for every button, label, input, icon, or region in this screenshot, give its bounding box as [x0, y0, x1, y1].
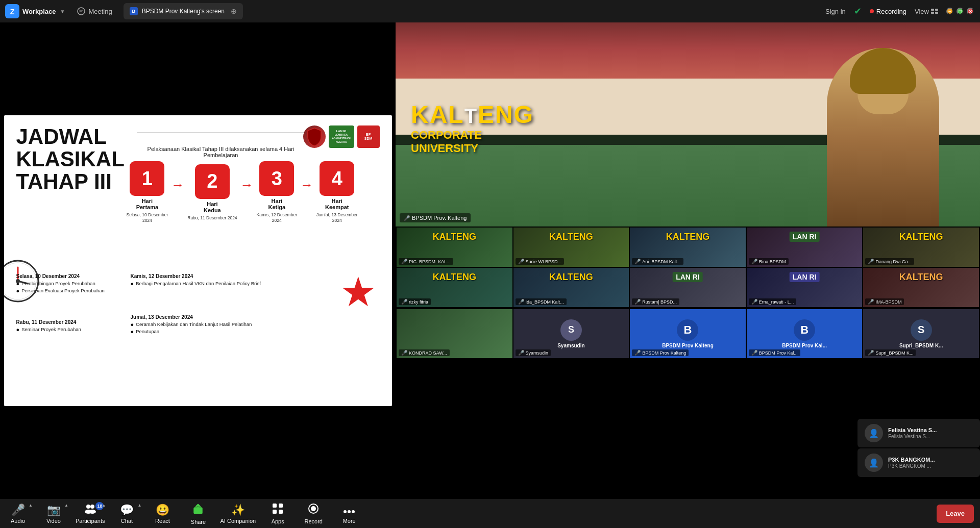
audio-caret[interactable]: ▲: [29, 503, 33, 508]
close-button[interactable]: ✕: [967, 8, 974, 15]
toolbar-participants[interactable]: 18 ▲ Participants: [71, 499, 109, 528]
svg-point-26: [352, 510, 355, 513]
view-button[interactable]: View: [915, 8, 938, 15]
toolbar-apps[interactable]: Apps: [260, 499, 296, 528]
chat-label: Chat: [121, 518, 133, 524]
float-panel-sub-p3k: P3K BANGKOM ...: [888, 463, 935, 469]
screen-share-icon: B: [130, 7, 138, 15]
mic-icon: 🎤: [401, 259, 407, 264]
detail-selasa-title: Selasa, 10 Desember 2024: [16, 273, 124, 279]
detail-rabu: Rabu, 11 Desember 2024 ●Seminar Proyek P…: [16, 319, 124, 334]
detail-kamis: Kamis, 12 Desember 2024 ●Berbagi Pengala…: [131, 273, 263, 288]
participant-name-2: 🎤 Ani_BPSDM Kalt...: [632, 258, 683, 265]
step-3-date: Kamis, 12 Desember2024: [257, 212, 297, 223]
kalteng-sign: KALTENG CORPORATE UNIVERSITY: [411, 100, 534, 155]
svg-point-23: [311, 506, 316, 511]
bottom-participant-0: 🎤 KONDRAD SAW...: [397, 309, 512, 358]
detail-selasa-item-2: ●Persiapan Evaluasi Proyek Perubahan: [16, 288, 124, 294]
speaker-video-simulation: KALTENG CORPORATE UNIVERSITY: [396, 22, 980, 227]
corporate-university-text: CORPORATE: [411, 129, 534, 142]
bottom-participant-label-3: 🎤 BPSDM Prov Kal...: [749, 349, 800, 356]
float-panel-text-felisia: Felisia Vestina S... Felisia Vestina S..…: [888, 427, 937, 439]
title-bar: Z Workplace ▼ Meeting B BPSDM Prov Kalte…: [0, 0, 980, 22]
dropdown-arrow-icon[interactable]: ▼: [60, 9, 65, 14]
float-panel-felisia[interactable]: 👤 Felisia Vestina S... Felisia Vestina S…: [857, 419, 980, 447]
steps-row: 1 HariPertama Selasa, 10 Desember2024 → …: [127, 161, 382, 223]
float-panel-sub-felisia: Felisia Vestina S...: [888, 434, 937, 439]
slide-main-title: JADWALKLASIKALTAHAP III: [16, 125, 129, 193]
recording-dot: [870, 9, 874, 13]
screen-tab-more-icon[interactable]: ⊕: [231, 7, 237, 15]
participant-thumb-9: KALTENG 🎤 IMA-BPSDM: [863, 268, 979, 307]
step-1-label: HariPertama: [136, 198, 158, 210]
detail-rabu-title: Rabu, 11 Desember 2024: [16, 319, 124, 325]
toolbar-record[interactable]: Record: [296, 499, 331, 528]
slide-description: Pelaksanaan Klasikal Tahap III dilaksana…: [137, 146, 305, 158]
mic-icon: 🎤: [751, 259, 757, 264]
svg-point-25: [348, 510, 351, 513]
toolbar-react[interactable]: 😀 React: [144, 499, 180, 528]
recording-label: Recording: [876, 8, 906, 15]
maximize-button[interactable]: □: [957, 8, 964, 15]
bottom-participant-label-2: 🎤 BPSDM Prov Kalteng: [632, 349, 689, 356]
participant-name-5: 🎤 rizky fitria: [399, 298, 431, 305]
step-3: 3 HariKetiga Kamis, 12 Desember2024: [257, 161, 297, 223]
ai-companion-label: AI Companion: [220, 518, 256, 524]
main-content: LAN RILEMBAGAADMINISTRASINEGARA BPSDM JA…: [0, 22, 980, 499]
toolbar-audio[interactable]: 🎤 ▲ Audio: [0, 499, 36, 528]
logo-shield: [303, 125, 326, 148]
participant-thumb-3: LAN RI 🎤 Rina BPSDM: [747, 228, 863, 267]
bottom-participant-1: S Syamsudin 🎤 Syamsudin: [513, 309, 629, 358]
video-label: Video: [46, 518, 61, 524]
meeting-tab[interactable]: Meeting: [70, 0, 119, 22]
step-1: 1 HariPertama Selasa, 10 Desember2024: [127, 161, 168, 223]
display-name-bpsdm-1: BPSDM Prov Kalteng: [662, 343, 714, 348]
svg-point-24: [344, 510, 347, 513]
svg-rect-4: [935, 9, 938, 11]
bottom-participant-label-1: 🎤 Syamsudin: [516, 349, 551, 356]
arrow-icon-2: →: [240, 177, 254, 208]
participants-caret[interactable]: ▲: [102, 503, 106, 508]
mic-icon: 🎤: [634, 259, 641, 264]
toolbar-more[interactable]: More: [331, 499, 367, 528]
red-star-decoration: ★: [340, 268, 377, 316]
svg-point-2: [78, 8, 85, 15]
float-panel-text-p3k: P3K BANGKOM... P3K BANGKOM ...: [888, 457, 935, 469]
step-3-label: HariKetiga: [268, 198, 285, 210]
toolbar-video[interactable]: 📷 ▲ Video: [36, 499, 71, 528]
speaker-mic-icon: 🎤: [404, 215, 410, 221]
step-4-date: Jum'at, 13 Desember2024: [316, 212, 358, 223]
meeting-icon: [77, 7, 85, 15]
speaker-silhouette: [827, 48, 939, 227]
speaker-name: BPSDM Prov. Kalteng: [412, 215, 467, 221]
float-panel-p3k[interactable]: 👤 P3K BANGKOM... P3K BANGKOM ...: [857, 448, 980, 477]
mic-icon: 🎤: [634, 350, 641, 356]
step-4-num: 4: [320, 161, 354, 196]
toolbar-share[interactable]: Share: [180, 499, 216, 528]
step-2-label: HariKedua: [204, 201, 221, 213]
float-panel-icon-felisia: 👤: [865, 424, 883, 442]
toolbar-chat[interactable]: 💬 ▲ Chat: [109, 499, 144, 528]
toolbar-ai-companion[interactable]: ✨ AI Companion: [216, 499, 260, 528]
sign-in-button[interactable]: Sign in: [825, 8, 846, 15]
participant-thumb-8: LAN RI 🎤 Erna_rawati - L...: [747, 268, 863, 307]
step-3-num: 3: [259, 161, 294, 196]
ai-companion-icon: ✨: [231, 504, 245, 517]
video-caret[interactable]: ▲: [64, 503, 68, 508]
svg-rect-6: [935, 12, 938, 14]
kalteng-text: KALTENG: [411, 100, 534, 129]
screen-share-tab[interactable]: B BPSDM Prov Kalteng's screen ⊕: [124, 3, 243, 19]
leave-button[interactable]: Leave: [937, 505, 974, 523]
mic-icon: 🎤: [401, 299, 407, 305]
float-panel-name-felisia: Felisia Vestina S...: [888, 427, 937, 433]
participants-label: Participants: [76, 518, 105, 524]
arrow-icon-3: →: [300, 177, 313, 208]
float-panel-name-p3k: P3K BANGKOM...: [888, 457, 935, 463]
chat-caret[interactable]: ▲: [138, 503, 142, 508]
react-label: React: [155, 518, 170, 524]
apps-label: Apps: [272, 518, 284, 524]
audio-label: Audio: [11, 518, 25, 524]
svg-rect-3: [931, 9, 934, 11]
minimize-button[interactable]: −: [946, 8, 953, 15]
mic-icon: 🎤: [751, 299, 757, 305]
